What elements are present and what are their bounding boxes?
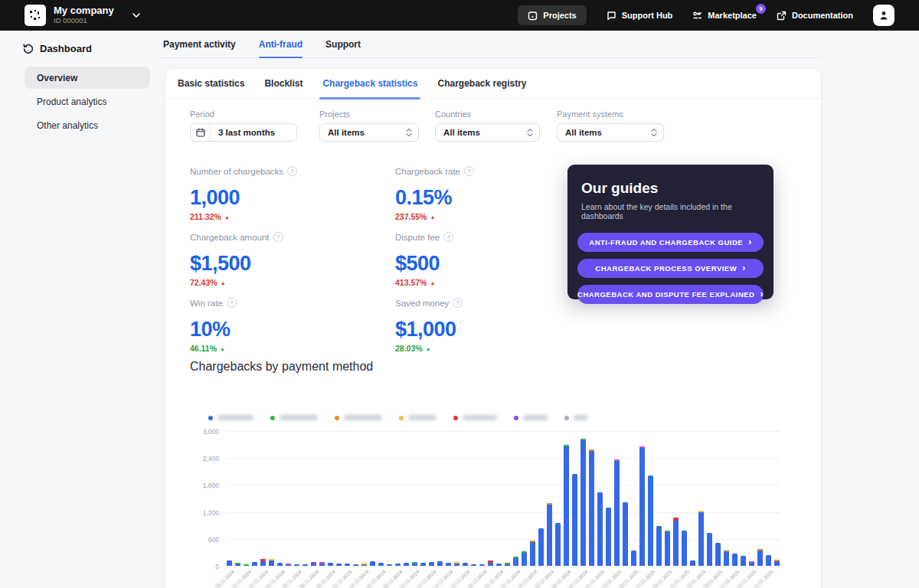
help-icon[interactable]: ?	[464, 166, 474, 176]
sidebar-title: Dashboard	[40, 43, 92, 54]
guide-button[interactable]: CHARGEBACK AND DISPUTE FEE EXPLAINED›	[577, 285, 764, 304]
legend-item-red[interactable]	[453, 415, 497, 420]
subtab-chargeback-registry[interactable]: Chargeback registry	[437, 69, 526, 98]
sidebar-item-other-analytics[interactable]: Other analytics	[25, 114, 150, 136]
calendar-icon	[191, 124, 211, 141]
sidebar-item-product-analytics[interactable]: Product analytics	[25, 90, 150, 113]
chart-bar	[471, 564, 476, 566]
legend-dot	[335, 416, 339, 420]
marketplace-icon	[692, 11, 702, 21]
bar-cap-segment	[614, 459, 620, 461]
chevron-down-icon[interactable]	[132, 13, 140, 18]
chart-title: Chargebacks by payment method	[165, 360, 821, 374]
x-label-date-redacted: 08.12.	[382, 577, 396, 588]
company-switcher[interactable]: My company ID 000001	[25, 5, 140, 26]
tab-payment-activity[interactable]: Payment activity	[163, 31, 236, 57]
bar-slot	[252, 431, 257, 566]
filter-value: All items	[558, 128, 651, 137]
subtab-blocklist[interactable]: Blocklist	[264, 69, 303, 98]
help-icon[interactable]: ?	[273, 232, 283, 242]
chart-bar	[420, 563, 426, 566]
stat-value: 10%	[190, 318, 395, 341]
x-label-date-redacted: 10.12.	[399, 577, 413, 588]
x-label-date-redacted: 26.11.	[281, 577, 294, 588]
x-label-date-redacted: 20.11.	[231, 577, 244, 588]
bar-slot	[336, 431, 342, 566]
bar-cap-segment	[286, 564, 291, 565]
legend-item-gray[interactable]	[564, 415, 587, 420]
bar-cap-segment	[454, 562, 460, 564]
nav-item-label: Marketplace	[708, 11, 757, 20]
filter-select[interactable]: All items	[557, 123, 664, 142]
nav-item-marketplace[interactable]: Marketplace9	[692, 11, 757, 21]
bar-cap-segment	[244, 564, 249, 566]
legend-dot	[270, 416, 275, 420]
chart-bar	[311, 562, 316, 566]
legend-item-orange[interactable]	[335, 415, 382, 420]
bar-slot: 21.01.2025	[766, 431, 771, 566]
tab-support[interactable]: Support	[325, 31, 361, 57]
chart-bar	[505, 563, 510, 566]
bar-slot	[606, 431, 611, 566]
help-icon[interactable]: ?	[287, 166, 297, 176]
nav-item-projects[interactable]: Projects	[518, 5, 586, 25]
bar-slot: 22.12.2024	[513, 431, 518, 566]
chart-bar	[361, 564, 367, 566]
guide-button[interactable]: ANTI-FRAUD AND CHARGEBACK GUIDE›	[577, 233, 764, 252]
filter-countries: CountriesAll items	[435, 109, 540, 142]
legend-item-purple[interactable]	[514, 415, 548, 420]
avatar[interactable]	[873, 5, 894, 26]
guide-button-label: ANTI-FRAUD AND CHARGEBACK GUIDE	[589, 238, 743, 247]
filter-select[interactable]: All items	[319, 123, 419, 142]
bar-slot	[707, 431, 712, 566]
nav-item-support-hub[interactable]: Support Hub	[607, 11, 673, 21]
chart-bar	[732, 554, 737, 566]
chart-bar	[749, 561, 754, 566]
chart-bar	[303, 564, 308, 566]
bar-cap-segment	[412, 562, 417, 564]
x-label-date-redacted: 16.12.	[450, 577, 463, 588]
x-label-date-redacted: 12.12.	[416, 577, 430, 588]
guides-subtitle: Learn about the key details included in …	[577, 202, 764, 220]
tab-anti-fraud[interactable]: Anti-fraud	[259, 31, 303, 57]
legend-item-blue[interactable]	[208, 415, 253, 420]
period-input[interactable]: 3 last months	[190, 123, 297, 142]
sidebar-dashboard-header[interactable]: Dashboard	[0, 31, 159, 65]
content-card: Basic statisticsBlocklistChargeback stat…	[165, 69, 821, 588]
stat-value: $1,500	[190, 252, 395, 276]
chart-bar	[682, 531, 687, 566]
help-icon[interactable]: ?	[453, 298, 463, 308]
up-triangle-icon: ▲	[224, 214, 230, 220]
chart-bar	[606, 508, 611, 566]
bar-cap-segment	[589, 449, 594, 451]
help-icon[interactable]: ?	[227, 298, 237, 308]
chart-bar	[412, 562, 417, 566]
bar-slot	[303, 431, 308, 566]
subtab-basic-statistics[interactable]: Basic statistics	[178, 69, 244, 98]
bar-cap-segment	[513, 557, 518, 558]
nav-item-documentation[interactable]: Documentation	[777, 11, 853, 21]
bar-cap-segment	[269, 559, 274, 560]
sidebar-item-overview[interactable]: Overview	[25, 67, 150, 89]
chart-bar	[328, 563, 333, 566]
bar-slot	[437, 431, 443, 566]
gridline	[227, 566, 780, 567]
x-label-date-redacted: 06.12.	[365, 577, 379, 588]
chart-bar	[479, 564, 485, 566]
chart-bar	[757, 549, 763, 566]
legend-dot	[208, 416, 213, 420]
chart-bar	[707, 533, 712, 566]
x-label-date-redacted: 20.12.	[483, 577, 497, 588]
guide-button[interactable]: CHARGEBACK PROCESS OVERVIEW›	[577, 259, 764, 278]
legend-label-redacted	[280, 415, 318, 420]
filter-select[interactable]: All items	[435, 123, 540, 142]
bar-slot: 01.01.2025	[597, 431, 603, 566]
subtab-chargeback-statistics[interactable]: Chargeback statistics	[322, 69, 417, 98]
help-icon[interactable]: ?	[443, 232, 453, 242]
legend-item-green[interactable]	[270, 415, 318, 420]
legend-item-yellow[interactable]	[399, 415, 437, 420]
nav-item-label: Documentation	[792, 11, 853, 20]
x-label-date-redacted: 05.01.	[618, 577, 632, 588]
x-label-date-redacted: 21.01.	[753, 577, 767, 588]
filter-label: Period	[190, 109, 297, 119]
